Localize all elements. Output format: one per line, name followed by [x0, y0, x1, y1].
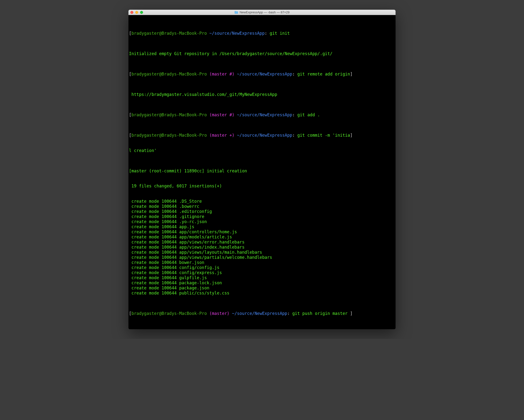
terminal-output: create mode 100644 config/config.js: [129, 265, 395, 270]
terminal-output: create mode 100644 app/controllers/home.…: [129, 229, 395, 235]
prompt-path: ~/source/NewExpressApp: [232, 311, 287, 316]
terminal-output: create mode 100644 .DS_Store: [129, 199, 395, 204]
terminal-output: create mode 100644 package-lock.json: [129, 280, 395, 286]
terminal-output: create mode 100644 gulpfile.js: [129, 275, 395, 280]
command: git init: [270, 31, 290, 36]
terminal-output: create mode 100644 .gitignore: [129, 214, 395, 219]
terminal-output: Initialized empty Git repository in /Use…: [129, 51, 395, 56]
terminal-line: [bradygaster@Bradys-MacBook-Pro (master …: [129, 133, 395, 138]
prompt-path: ~/source/NewExpressApp: [237, 133, 292, 138]
prompt-user: bradygaster@Bradys-MacBook-Pro: [131, 112, 207, 117]
folder-icon: [235, 11, 238, 14]
created-files-list: create mode 100644 .DS_Store create mode…: [129, 199, 395, 296]
prompt-user: bradygaster@Bradys-MacBook-Pro: [131, 133, 207, 138]
terminal-output: create mode 100644 public/css/style.css: [129, 291, 395, 296]
traffic-lights: [131, 11, 143, 14]
terminal-output: create mode 100644 app/views/partials/we…: [129, 255, 395, 260]
close-button[interactable]: [131, 11, 133, 14]
prompt-path: ~/source/NewExpressApp: [209, 31, 265, 36]
prompt-branch: (master): [209, 311, 229, 316]
terminal-output: [master (root-commit) 11890cc] initial c…: [129, 168, 395, 174]
prompt-user: bradygaster@Bradys-MacBook-Pro: [131, 72, 207, 77]
command: git commit -m 'initia: [297, 133, 350, 138]
terminal-output: create mode 100644 .bowerrc: [129, 204, 395, 209]
command: git push origin master: [292, 311, 348, 316]
terminal-output: create mode 100644 app/views/index.handl…: [129, 245, 395, 250]
terminal-line: [bradygaster@Bradys-MacBook-Pro (master …: [129, 112, 395, 117]
terminal-line: [bradygaster@Bradys-MacBook-Pro (master …: [129, 72, 395, 77]
prompt-user: bradygaster@Bradys-MacBook-Pro: [131, 31, 207, 36]
terminal-window: NewExpressApp — -bash — 87×29 [bradygast…: [129, 10, 395, 329]
terminal-output: create mode 100644 .editorconfig: [129, 209, 395, 214]
terminal-output: create mode 100644 package.json: [129, 286, 395, 291]
minimize-button[interactable]: [135, 11, 138, 14]
terminal-output: create mode 100644 .yo-rc.json: [129, 219, 395, 224]
prompt-user: bradygaster@Bradys-MacBook-Pro: [131, 311, 207, 316]
terminal-line: [bradygaster@Bradys-MacBook-Pro (master)…: [129, 311, 395, 316]
window-title: NewExpressApp — -bash — 87×29: [240, 10, 290, 14]
terminal-output: 19 files changed, 6017 insertions(+): [129, 184, 395, 189]
terminal-line: [bradygaster@Bradys-MacBook-Pro ~/source…: [129, 31, 395, 36]
remote-url: https://bradymgaster.visualstudio.com/_g…: [129, 92, 395, 97]
maximize-button[interactable]: [140, 11, 143, 14]
prompt-branch: (master #): [209, 72, 234, 77]
terminal-output: create mode 100644 app/views/layouts/mai…: [129, 250, 395, 255]
titlebar[interactable]: NewExpressApp — -bash — 87×29: [129, 10, 395, 15]
terminal-body[interactable]: [bradygaster@Bradys-MacBook-Pro ~/source…: [129, 15, 395, 329]
window-title-wrap: NewExpressApp — -bash — 87×29: [235, 10, 290, 14]
terminal-output: create mode 100644 app.js: [129, 224, 395, 229]
prompt-path: ~/source/NewExpressApp: [237, 112, 292, 117]
prompt-path: ~/source/NewExpressApp: [237, 72, 292, 77]
prompt-branch: (master +): [209, 133, 234, 138]
command: git remote add origin: [297, 72, 350, 77]
terminal-output: create mode 100644 app/views/error.handl…: [129, 240, 395, 245]
terminal-output: create mode 100644 bower.json: [129, 260, 395, 265]
terminal-output: create mode 100644 config/express.js: [129, 270, 395, 275]
command-continuation: l creation': [129, 148, 395, 153]
command: git add .: [297, 112, 320, 117]
prompt-branch: (master #): [209, 112, 234, 117]
terminal-output: create mode 100644 app/models/article.js: [129, 235, 395, 240]
